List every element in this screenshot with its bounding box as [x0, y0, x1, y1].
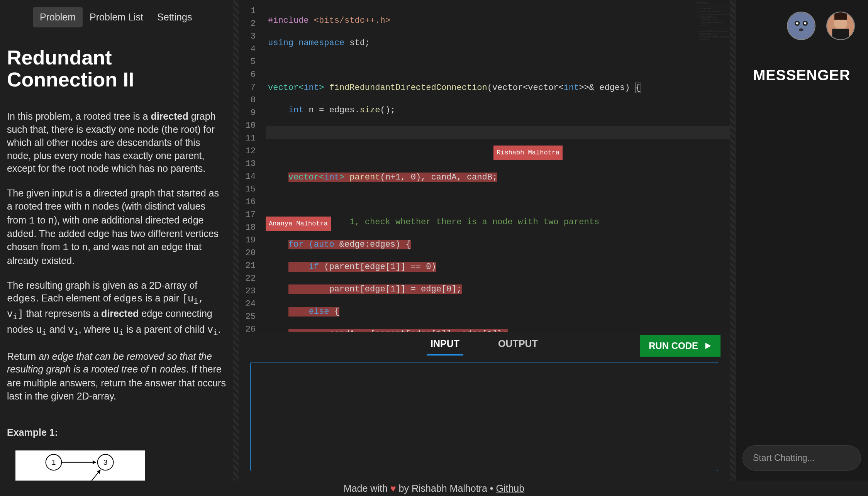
splitter[interactable] [233, 0, 239, 481]
problem-paragraph: The given input is a directed graph that… [7, 187, 226, 267]
editor-gutter: 1234567891011121314151617181920212223242… [239, 0, 266, 332]
problem-paragraph: Return an edge that can be removed so th… [7, 350, 226, 403]
io-panel: INPUT OUTPUT RUN CODE [239, 332, 730, 481]
svg-point-8 [788, 12, 815, 39]
tab-settings[interactable]: Settings [150, 7, 199, 27]
code-area[interactable]: #include <bits/stdc++.h> using namespace… [266, 0, 730, 332]
minimap[interactable]: xxxxxx xxxxxxxxx xxxxx xxxxxxxxx xxx xxx… [695, 0, 730, 332]
editor[interactable]: 1234567891011121314151617181920212223242… [239, 0, 730, 332]
collab-cursor-tag: Rishabh Malhotra [493, 146, 563, 160]
io-tab-input[interactable]: INPUT [411, 333, 479, 355]
right-panel: MESSENGER Start Chatting... [735, 0, 868, 481]
tab-problem[interactable]: Problem [33, 7, 83, 27]
tab-problem-list[interactable]: Problem List [83, 7, 150, 27]
svg-point-12 [804, 22, 807, 25]
splitter[interactable] [730, 0, 735, 481]
problem-title: Redundant Connection II [7, 47, 226, 91]
middle-panel: 1234567891011121314151617181920212223242… [239, 0, 730, 481]
avatar[interactable] [826, 12, 855, 40]
problem-paragraph: In this problem, a rooted tree is a dire… [7, 110, 226, 175]
svg-marker-5 [93, 460, 96, 464]
svg-text:1: 1 [52, 459, 56, 467]
svg-rect-16 [834, 12, 847, 20]
chat-input[interactable]: Start Chatting... [743, 445, 861, 471]
svg-point-13 [799, 29, 803, 32]
svg-rect-17 [832, 29, 849, 39]
main-area: Problem Problem List Settings Redundant … [0, 0, 868, 481]
avatar[interactable] [787, 12, 815, 40]
github-link[interactable]: Github [496, 483, 524, 494]
run-code-button[interactable]: RUN CODE [640, 335, 721, 357]
problem-paragraph: The resulting graph is given as a 2D-arr… [7, 279, 226, 339]
io-tab-output[interactable]: OUTPUT [479, 333, 557, 355]
messenger-title: MESSENGER [736, 67, 868, 84]
input-textarea[interactable] [250, 362, 718, 471]
problem-content[interactable]: Redundant Connection II In this problem,… [0, 31, 233, 481]
tab-bar: Problem Problem List Settings [0, 0, 233, 31]
io-tabs: INPUT OUTPUT RUN CODE [239, 332, 730, 355]
svg-point-11 [796, 22, 798, 25]
avatars [736, 0, 868, 44]
example-diagram: 1 3 [15, 450, 145, 481]
svg-text:3: 3 [103, 459, 108, 467]
left-panel: Problem Problem List Settings Redundant … [0, 0, 233, 481]
heart-icon: ♥ [390, 483, 396, 494]
collab-cursor-tag: Ananya Malhotra [266, 217, 331, 231]
play-icon [704, 342, 712, 350]
footer: Made with ♥ by Rishabh Malhotra • Github [0, 481, 868, 496]
example-heading: Example 1: [7, 426, 226, 439]
